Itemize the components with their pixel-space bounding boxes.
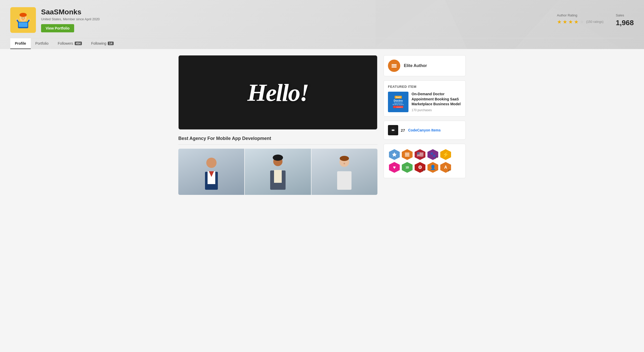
profile-info: SaaSMonks United States, Member since Ap… [41,8,100,32]
featured-item-card: Featured Item SaaS Doctro Appointment Bo… [384,80,466,117]
svg-line-13 [17,20,18,22]
featured-item-thumbnail[interactable]: SaaS Doctro Appointment Booking System 🔴… [388,92,408,112]
featured-item-heading: Featured Item [388,85,461,89]
svg-rect-30 [405,153,409,154]
svg-rect-32 [405,156,409,156]
star-5: ★ [580,19,584,25]
sales-block: Sales 1,968 [616,13,634,27]
hello-banner: Hello! [178,55,377,130]
profile-tabs: Profile Portfolio Followers 454 Followin… [10,38,634,49]
avatar [10,7,36,33]
svg-rect-28 [392,67,397,68]
following-badge: 14 [108,42,113,45]
badge-top-seller [389,149,400,160]
featured-item-title[interactable]: On-Demand Doctor Appointment Booking Saa… [412,92,461,107]
sales-label: Sales [616,13,624,17]
svg-point-10 [24,18,25,18]
author-rating-block: Author Rating ★ ★ ★ ★ ★ (150 ratings) [557,13,603,27]
hello-text: Hello! [247,78,308,107]
featured-item-purchases: 170 purchases [412,108,461,112]
svg-rect-24 [337,171,352,190]
thumb-booking-system-label: Booking System [393,104,404,105]
svg-point-23 [340,156,349,161]
svg-point-15 [206,158,217,168]
sales-count: 1,968 [616,19,634,27]
codecanyon-count: 27 [401,128,405,132]
svg-point-9 [22,18,23,18]
badge-power: ⚡ [440,149,451,160]
main-content: Hello! Best Agency For Mobile App Develo… [168,49,476,201]
featured-item-info: On-Demand Doctor Appointment Booking Saa… [412,92,461,112]
elite-author-label: Elite Author [404,63,427,68]
thumb-doctro-label: Doctro [394,99,403,102]
author-rating-label: Author Rating [557,13,578,17]
badge-usa: 🇺🇸 [415,149,425,160]
profile-left: SaaSMonks United States, Member since Ap… [10,7,100,33]
badge-codecanyon: ⚙ 2 [415,162,425,173]
profile-top: SaaSMonks United States, Member since Ap… [10,7,634,38]
agency-photos [178,149,377,195]
profile-meta: United States, Member since April 2020 [41,17,100,21]
codecanyon-link[interactable]: CodeCanyon Items [408,128,441,132]
svg-rect-27 [392,65,397,66]
svg-point-19 [273,155,283,161]
svg-rect-6 [19,22,27,27]
badge-envato: 🐾 8 [427,149,438,160]
photo-1 [178,149,244,195]
thumb-saas-label: SaaS [395,96,402,99]
featured-item-content: SaaS Doctro Appointment Booking System 🔴… [388,92,461,112]
badge-profile: 👤 [427,162,438,173]
view-portfolio-button[interactable]: View Portfolio [41,24,74,32]
star-3: ★ [568,19,573,25]
profile-stats: Author Rating ★ ★ ★ ★ ★ (150 ratings) Sa… [557,13,634,27]
left-column: Hello! Best Agency For Mobile App Develo… [178,55,377,195]
badge-1billion: 1B [402,162,413,173]
codecanyon-row: 27 CodeCanyon Items [388,125,461,135]
elite-author-card: Elite Author [384,55,466,76]
username: SaaSMonks [41,8,100,16]
agency-heading: Best Agency For Mobile App Development [178,136,377,145]
badges-row: 🇺🇸 🐾 8 ⚡ ♥ 1B [386,146,463,176]
codecanyon-card: 27 CodeCanyon Items [384,121,466,140]
star-rating: ★ ★ ★ ★ ★ (150 ratings) [557,19,603,25]
svg-rect-31 [405,154,409,155]
elite-author-badge [388,60,400,72]
badge-elite [402,149,413,160]
followers-badge: 454 [75,42,82,45]
profile-banner: SaaSMonks United States, Member since Ap… [0,0,644,49]
right-column: Elite Author Featured Item SaaS Doctro A… [384,55,466,195]
tab-followers[interactable]: Followers 454 [53,38,86,49]
tab-portfolio[interactable]: Portfolio [31,38,53,49]
tab-profile[interactable]: Profile [10,38,31,49]
star-1: ★ [557,19,562,25]
svg-rect-26 [392,64,397,65]
star-2: ★ [563,19,567,25]
tab-following[interactable]: Following 14 [86,38,118,49]
svg-line-14 [28,20,29,22]
badges-card: 🇺🇸 🐾 8 ⚡ ♥ 1B [384,144,466,178]
photo-3 [311,149,377,195]
star-4: ★ [574,19,579,25]
badge-achievement: A 3 [440,162,451,173]
ratings-count: (150 ratings) [586,20,603,24]
svg-rect-21 [274,170,282,183]
svg-point-25 [344,163,345,164]
badge-loved: ♥ [389,162,400,173]
svg-point-8 [19,13,27,17]
photo-2 [245,149,311,195]
thumb-laravel-label: 🔴 Laravel 8 [393,106,403,108]
codecanyon-icon [388,125,398,135]
